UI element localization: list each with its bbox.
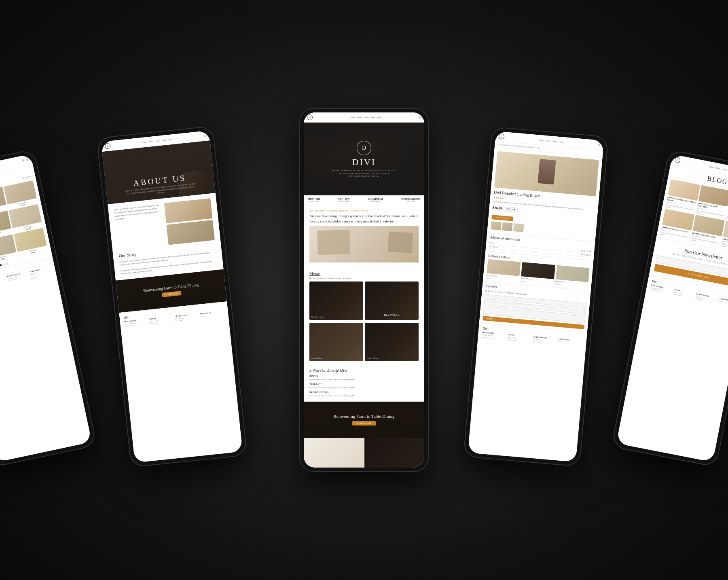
- center-hero: D DIVI WHERE FARM MEETS TABLE: INSPIRED …: [304, 123, 424, 195]
- blog-post-4[interactable]: FARM TO TABLE: OUR STORY APRIL 3, 2019 T…: [660, 209, 694, 241]
- about-farm-title: Reinventing Farm to Table Dining: [143, 283, 199, 293]
- center-hero-subtitle: WHERE FARM MEETS TABLE: INSPIRED BY SEAS…: [332, 169, 396, 178]
- product-thumb-2[interactable]: [502, 222, 513, 231]
- center-award-section: AN AWARD-WINNING DINING EXPERIENCE An aw…: [304, 205, 424, 267]
- about-img-1: [164, 198, 213, 223]
- product-thumb-3[interactable]: [513, 223, 524, 232]
- shop-item-price-8: $14.00: [0, 258, 5, 260]
- center-dine-caption: Dine With Us: [384, 313, 399, 317]
- product-add-to-cart-button[interactable]: ADD TO CART: [491, 215, 513, 221]
- center-award-text: An award-winning dining experience in th…: [309, 214, 419, 224]
- center-hero-circle: D: [357, 141, 371, 155]
- center-farm-title: Reinventing Farm to Table Dining: [333, 414, 394, 419]
- related-item-1[interactable]: Divi Logo Mug $14.00: [486, 259, 521, 282]
- center-menu-img-3: Lunch Menu: [309, 323, 363, 361]
- center-menu-img-1: Breakfast Menu: [309, 282, 363, 320]
- center-search-icon: [419, 116, 421, 119]
- about-hero: ABOUT US SERVING THE EXTRAORDINARY, NOT …: [102, 140, 216, 204]
- product-search-icon: [598, 144, 601, 146]
- shop-item-price-9: $18.00: [31, 251, 36, 254]
- page-dot-1[interactable]: [0, 264, 2, 267]
- product-price: $26.00: [492, 205, 503, 210]
- center-gallery: [304, 438, 424, 468]
- center-menu-img-4: Dinner Menu: [365, 323, 419, 361]
- page-dot-2[interactable]: [3, 263, 5, 266]
- device-center: D Home Menu About Shop Blog: [299, 108, 429, 472]
- product-main-image: [494, 151, 599, 197]
- related-img-3: [556, 265, 590, 282]
- center-nav: D Home Menu About Shop Blog: [304, 112, 424, 123]
- product-logo: D: [499, 133, 505, 140]
- gallery-img-2: [364, 438, 424, 468]
- related-img-2: [521, 262, 555, 279]
- shop-item-price-6: $22.00: [25, 227, 30, 230]
- shop-item-price-3: $12.00: [21, 203, 25, 206]
- center-menus-section: Menus Browse our selections and make a r…: [304, 267, 424, 364]
- page-dot-3[interactable]: [6, 262, 8, 265]
- product-content: Divi Branded Cutting Board ★★★★★ Lorem i…: [487, 148, 602, 241]
- center-food-image: [309, 226, 419, 262]
- blog-post-1[interactable]: SIMPLE TIPS FOR THE PERFECT TOAST APRIL …: [665, 179, 700, 214]
- blog-post-5[interactable]: SUMMER HARVEST GUIDE MARCH 28, 2019 This…: [690, 215, 725, 247]
- center-menu-img-2: Dine With Us: [365, 282, 419, 320]
- center-menu-grid: Breakfast Menu Dine With Us Lunch Menu D…: [309, 282, 419, 362]
- shop-cart-icon: [22, 159, 25, 162]
- center-award-label: AN AWARD-WINNING DINING EXPERIENCE: [309, 210, 419, 212]
- center-menus-title: Menus: [309, 271, 419, 276]
- center-info-bar: MON - FRI11AM - 3PM SAT - SUN9AM - 4PM L…: [304, 195, 424, 205]
- center-hero-title: DIVI: [332, 157, 396, 167]
- about-story-section: Lorem ipsum dolor sit amet, consectetur …: [108, 193, 223, 281]
- center-menus-subtitle: Browse our selections and make a reserva…: [309, 277, 419, 279]
- shop-item-img-8: [0, 234, 17, 258]
- related-item-3[interactable]: Kitchen Apron $32.00: [555, 265, 589, 288]
- shop-item-9[interactable]: PASTA MIX $18.00: [14, 228, 48, 256]
- about-search-icon: [204, 134, 207, 137]
- device-shop: D Home Menu About Shop SHOP: [0, 149, 97, 468]
- related-img-1: [487, 259, 521, 276]
- center-logo: D: [307, 114, 313, 120]
- blog-post-2[interactable]: NEW PRODUCTS NOW AVAILABLE APRIL 10, 201…: [696, 185, 728, 220]
- center-farm-section: Reinventing Farm to Table Dining LEARN M…: [304, 402, 424, 438]
- showcase-container: D Home Menu About Shop SHOP: [20, 27, 708, 553]
- gallery-img-1: [304, 438, 364, 468]
- shop-item-img-3: [4, 180, 36, 204]
- center-farm-button[interactable]: LEARN MORE: [352, 421, 375, 425]
- shop-search-icon: [26, 158, 29, 161]
- about-img-2: [166, 220, 215, 245]
- device-about: D Home Menu About Shop Blog: [96, 125, 248, 468]
- shop-item-name-5: HERB MIX: [0, 231, 1, 235]
- center-ways-section: 3 Ways to Dine @ Divi DINE IN Lorem ipsu…: [304, 364, 424, 401]
- device-blog: D Home Menu About Shop BLOG: [611, 149, 728, 468]
- related-item-2[interactable]: Spice Collection $28.00: [521, 262, 555, 285]
- product-quantity-select[interactable]: QTY: 1 ▼: [505, 207, 518, 212]
- blog-logo: D: [674, 157, 681, 163]
- product-thumb-1[interactable]: [491, 221, 502, 230]
- about-farm-button[interactable]: LEARN MORE: [162, 291, 182, 297]
- device-product: D Home Menu About Shop LIVE PREVIEW / DI…: [463, 126, 609, 467]
- center-ways-title: 3 Ways to Dine @ Divi: [309, 368, 419, 373]
- about-logo: D: [105, 143, 111, 149]
